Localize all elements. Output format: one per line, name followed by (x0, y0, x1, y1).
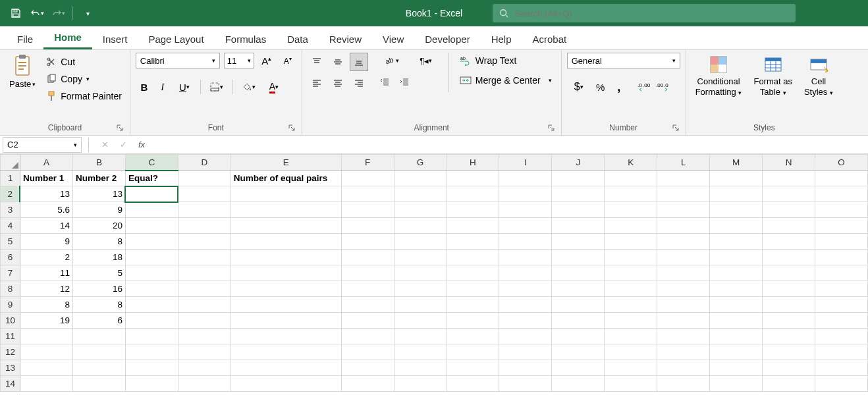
cell[interactable] (657, 313, 710, 329)
cell[interactable] (499, 234, 552, 250)
cell[interactable] (231, 265, 341, 281)
cell[interactable]: Number 1 (20, 171, 72, 186)
cell[interactable] (605, 297, 657, 313)
column-header[interactable]: I (499, 155, 552, 171)
cell[interactable] (231, 234, 341, 250)
font-color-button[interactable]: A▾ (262, 79, 286, 95)
cell[interactable] (710, 202, 763, 218)
italic-button[interactable]: I (154, 79, 171, 95)
cell[interactable] (605, 202, 657, 218)
cell[interactable]: 13 (72, 186, 125, 202)
cell[interactable] (341, 281, 394, 297)
tab-formulas[interactable]: Formulas (215, 28, 277, 49)
cell[interactable] (763, 376, 815, 392)
dialog-launcher-icon[interactable] (671, 123, 680, 132)
cell[interactable] (447, 281, 499, 297)
formula-input[interactable] (153, 137, 868, 153)
cell[interactable] (552, 313, 605, 329)
insert-function-button[interactable]: fx (135, 140, 148, 149)
row-header[interactable]: 8 (1, 281, 20, 297)
cell[interactable] (231, 313, 341, 329)
cell[interactable] (710, 186, 763, 202)
cell[interactable] (447, 313, 499, 329)
cell[interactable] (552, 234, 605, 250)
column-header[interactable]: K (605, 155, 657, 171)
cancel-formula-button[interactable]: ✕ (98, 140, 111, 149)
cell[interactable] (394, 234, 447, 250)
cell[interactable] (394, 186, 447, 202)
cell[interactable] (72, 376, 125, 392)
tab-view[interactable]: View (372, 28, 414, 49)
cell[interactable] (552, 218, 605, 234)
cell[interactable] (657, 265, 710, 281)
cell[interactable] (552, 171, 605, 186)
cell[interactable] (815, 360, 867, 376)
enter-formula-button[interactable]: ✓ (117, 140, 130, 149)
cell[interactable] (231, 360, 341, 376)
cell[interactable]: 11 (20, 265, 72, 281)
cell[interactable] (125, 281, 178, 297)
cell[interactable] (763, 218, 815, 234)
cell[interactable]: 5 (72, 265, 125, 281)
align-top-button[interactable] (308, 53, 326, 71)
cell[interactable] (20, 344, 72, 360)
cell[interactable] (447, 202, 499, 218)
column-header[interactable]: M (710, 155, 763, 171)
cell[interactable] (231, 281, 341, 297)
cell[interactable] (125, 265, 178, 281)
qat-customize-button[interactable]: ▾ (78, 4, 97, 22)
cell[interactable] (763, 202, 815, 218)
cell[interactable] (341, 360, 394, 376)
cell[interactable] (605, 329, 657, 344)
cell[interactable] (763, 329, 815, 344)
tab-acrobat[interactable]: Acrobat (522, 28, 578, 49)
cell[interactable] (763, 265, 815, 281)
cell[interactable] (710, 329, 763, 344)
cell[interactable] (710, 313, 763, 329)
decrease-decimal-button[interactable]: .00.0 (654, 79, 671, 95)
row-header[interactable]: 4 (1, 218, 20, 234)
cell[interactable] (815, 234, 867, 250)
cell[interactable] (499, 250, 552, 265)
row-header[interactable]: 9 (1, 297, 20, 313)
cell[interactable] (394, 329, 447, 344)
row-header[interactable]: 13 (1, 360, 20, 376)
cell[interactable] (178, 171, 231, 186)
cell[interactable] (125, 202, 178, 218)
align-left-button[interactable] (308, 74, 326, 92)
align-bottom-button[interactable] (350, 53, 368, 71)
number-format-combo[interactable]: General▾ (567, 53, 680, 68)
cell-styles-button[interactable]: CellStyles ▾ (800, 53, 837, 98)
cell[interactable] (605, 234, 657, 250)
row-header[interactable]: 3 (1, 202, 20, 218)
cell[interactable] (815, 297, 867, 313)
cell[interactable] (341, 376, 394, 392)
cell[interactable] (72, 360, 125, 376)
decrease-font-button[interactable]: A▾ (279, 53, 296, 68)
cell[interactable] (394, 218, 447, 234)
cell[interactable] (178, 344, 231, 360)
cell[interactable] (178, 313, 231, 329)
cell[interactable] (394, 265, 447, 281)
cell[interactable] (552, 360, 605, 376)
cut-button[interactable]: Cut (43, 55, 124, 68)
column-header[interactable]: G (394, 155, 447, 171)
cell[interactable] (499, 218, 552, 234)
comma-button[interactable]: , (610, 79, 628, 95)
cell[interactable] (710, 360, 763, 376)
cell[interactable] (125, 234, 178, 250)
tab-home[interactable]: Home (43, 26, 92, 49)
cell[interactable] (178, 265, 231, 281)
row-header[interactable]: 10 (1, 313, 20, 329)
cell[interactable] (125, 297, 178, 313)
cell[interactable] (447, 218, 499, 234)
cell[interactable] (231, 186, 341, 202)
cell[interactable] (178, 234, 231, 250)
cell[interactable]: 8 (72, 297, 125, 313)
cell[interactable] (605, 360, 657, 376)
cell[interactable] (763, 344, 815, 360)
cell[interactable] (605, 250, 657, 265)
underline-button[interactable]: U▾ (173, 79, 196, 95)
cell[interactable] (499, 344, 552, 360)
cell[interactable] (178, 376, 231, 392)
